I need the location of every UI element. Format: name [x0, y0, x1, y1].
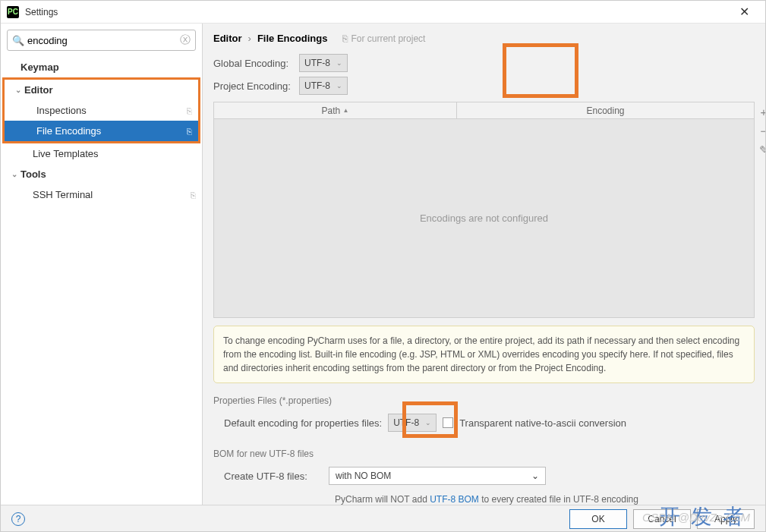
edit-icon[interactable]: ✎: [755, 143, 766, 157]
footer: ? OK Cancel Apply: [1, 505, 765, 532]
sidebar: 🔍 ⓧ Keymap ⌄Editor Inspections⎘ File Enc…: [1, 24, 203, 505]
bom-section-label: BOM for new UTF-8 files: [213, 449, 755, 459]
tree-item-keymap[interactable]: Keymap: [1, 57, 202, 77]
tree-item-inspections[interactable]: Inspections⎘: [5, 100, 198, 121]
sort-icon: ▲: [343, 107, 349, 114]
clear-icon[interactable]: ⓧ: [180, 33, 191, 47]
search-box[interactable]: 🔍 ⓧ: [7, 30, 196, 51]
content-panel: Editor › File Encodings ⎘For current pro…: [203, 24, 765, 505]
chevron-down-icon: ⌄: [336, 59, 342, 67]
breadcrumb-child: File Encodings: [257, 33, 327, 44]
col-path[interactable]: Path ▲: [214, 102, 457, 118]
project-encoding-label: Project Encoding:: [213, 80, 299, 92]
tree-item-ssh-terminal[interactable]: SSH Terminal⎘: [1, 184, 202, 205]
window-title: Settings: [25, 7, 729, 17]
tree-item-tools[interactable]: ⌄Tools: [1, 164, 202, 184]
search-icon: 🔍: [12, 35, 24, 46]
cancel-button[interactable]: Cancel: [633, 509, 691, 529]
scope-icon: ⎘: [342, 33, 348, 44]
col-encoding[interactable]: Encoding: [457, 102, 754, 118]
scope-icon: ⎘: [187, 106, 192, 115]
scope-icon: ⎘: [191, 190, 196, 200]
empty-message: Encodings are not configured: [214, 119, 754, 317]
tree-item-file-encodings[interactable]: File Encodings⎘: [5, 121, 198, 141]
global-encoding-label: Global Encoding:: [213, 58, 299, 69]
scope-icon: ⎘: [187, 127, 192, 136]
tree-item-live-templates[interactable]: Live Templates: [1, 143, 202, 164]
breadcrumb: Editor › File Encodings ⎘For current pro…: [203, 30, 765, 52]
chevron-right-icon: ›: [248, 33, 251, 44]
add-icon[interactable]: +: [755, 105, 766, 118]
scope-badge: ⎘For current project: [342, 33, 425, 44]
bom-label: Create UTF-8 files:: [224, 471, 323, 482]
global-encoding-select[interactable]: UTF-8⌄: [299, 54, 348, 72]
chevron-down-icon: ⌄: [15, 86, 24, 94]
help-icon[interactable]: ?: [11, 512, 25, 526]
transparent-ascii-label: Transparent native-to-ascii conversion: [459, 417, 626, 429]
chevron-down-icon: ⌄: [336, 82, 342, 90]
close-icon[interactable]: ✕: [729, 5, 759, 19]
settings-tree: Keymap ⌄Editor Inspections⎘ File Encodin…: [1, 57, 202, 205]
prop-default-label: Default encoding for properties files:: [224, 417, 382, 429]
transparent-ascii-checkbox[interactable]: [443, 417, 453, 428]
utf8-bom-link[interactable]: UTF-8 BOM: [430, 494, 479, 505]
chevron-down-icon: ⌄: [531, 471, 539, 481]
bom-select[interactable]: with NO BOM⌄: [329, 467, 546, 485]
tree-item-editor[interactable]: ⌄Editor: [5, 80, 198, 100]
encoding-table: Path ▲ Encoding Encodings are not config…: [213, 102, 755, 318]
chevron-down-icon: ⌄: [425, 419, 431, 427]
bom-note: PyCharm will NOT add UTF-8 BOM to every …: [213, 494, 755, 505]
properties-section-label: Properties Files (*.properties): [213, 395, 755, 406]
info-box: To change encoding PyCharm uses for a fi…: [213, 326, 755, 383]
remove-icon[interactable]: −: [755, 124, 766, 137]
project-encoding-select[interactable]: UTF-8⌄: [299, 77, 348, 95]
app-icon: PC: [7, 6, 19, 18]
breadcrumb-parent[interactable]: Editor: [213, 33, 242, 44]
ok-button[interactable]: OK: [569, 509, 627, 529]
titlebar: PC Settings ✕: [1, 1, 765, 24]
search-input[interactable]: [27, 35, 180, 46]
properties-encoding-select[interactable]: UTF-8⌄: [388, 414, 437, 432]
chevron-down-icon: ⌄: [11, 170, 20, 178]
apply-button[interactable]: Apply: [697, 509, 755, 529]
